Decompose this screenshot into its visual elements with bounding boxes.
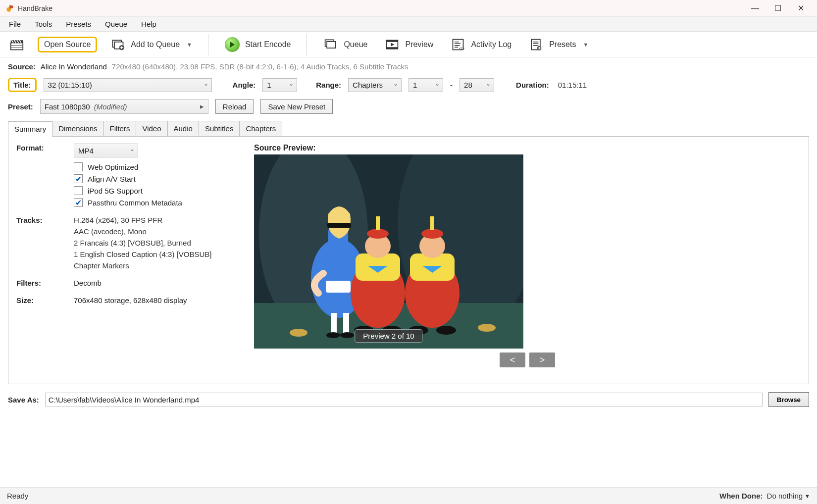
preview-next-button[interactable]: > <box>529 353 555 367</box>
tracks-label: Tracks: <box>16 216 56 224</box>
window-title: HandBrake <box>18 4 52 12</box>
tab-audio[interactable]: Audio <box>167 121 199 136</box>
angle-label: Angle: <box>233 81 256 89</box>
chevron-down-icon: ▼ <box>805 493 810 499</box>
app-icon <box>5 3 15 13</box>
svg-rect-27 <box>327 223 351 228</box>
range-to-value: 28 <box>464 81 472 89</box>
passthru-label: Passthru Common Metadata <box>88 199 182 207</box>
open-source-label: Open Source <box>44 40 91 49</box>
title-row: Title: 32 (01:15:10) Angle: 1 Range: Cha… <box>8 78 809 92</box>
tab-filters[interactable]: Filters <box>103 121 137 136</box>
preview-illustration <box>254 154 523 349</box>
menu-queue[interactable]: Queue <box>98 18 134 30</box>
open-source-button[interactable]: Open Source <box>38 37 97 52</box>
preset-modified: (Modified) <box>94 102 127 111</box>
add-to-queue-button[interactable]: Add to Queue ▼ <box>106 35 196 54</box>
preset-row: Preset: Fast 1080p30 (Modified) ▸ Reload… <box>8 99 809 114</box>
activity-log-icon: </> <box>450 37 466 52</box>
preset-select[interactable]: Fast 1080p30 (Modified) ▸ <box>40 99 208 114</box>
filters-label: Filters: <box>16 279 56 287</box>
toolbar: Open Source Add to Queue ▼ Start Encode … <box>0 32 817 57</box>
svg-rect-29 <box>343 313 349 333</box>
presets-icon <box>528 37 544 52</box>
size-label: Size: <box>16 296 56 304</box>
ipod-checkbox[interactable]: iPod 5G Support <box>74 186 182 195</box>
svg-rect-32 <box>326 281 351 293</box>
angle-select[interactable]: 1 <box>262 78 297 92</box>
align-av-label: Align A/V Start <box>88 175 136 183</box>
title-label: Title: <box>8 78 37 92</box>
source-line: Source: Alice In Wonderland 720x480 (640… <box>8 62 809 71</box>
toolbar-divider <box>208 34 208 55</box>
duration-value: 01:15:11 <box>558 81 587 89</box>
triangle-right-icon: ▸ <box>200 102 204 111</box>
add-to-queue-icon <box>110 37 126 52</box>
activity-log-label: Activity Log <box>471 40 511 49</box>
range-to-select[interactable]: 28 <box>460 78 494 92</box>
save-as-row: Save As: Browse <box>0 384 817 407</box>
add-to-queue-label: Add to Queue <box>131 40 180 49</box>
browse-button[interactable]: Browse <box>768 392 809 407</box>
status-text: Ready <box>7 492 28 500</box>
duration-label: Duration: <box>516 81 549 89</box>
presets-label: Presets <box>549 40 576 49</box>
svg-text:</>: </> <box>459 46 465 50</box>
source-label: Source: <box>8 62 36 71</box>
source-name: Alice In Wonderland <box>41 62 107 71</box>
preview-image: Preview 2 of 10 <box>254 154 523 349</box>
svg-rect-44 <box>430 216 434 230</box>
menu-file[interactable]: File <box>2 18 28 30</box>
web-optimized-checkbox[interactable]: Web Optimized <box>74 162 182 171</box>
preset-label: Preset: <box>8 102 33 111</box>
checkbox-icon <box>74 162 83 171</box>
tab-dimensions[interactable]: Dimensions <box>52 121 103 136</box>
align-av-checkbox[interactable]: ✔Align A/V Start <box>74 174 182 183</box>
range-from-select[interactable]: 1 <box>408 78 443 92</box>
menu-tools[interactable]: Tools <box>28 18 59 30</box>
queue-button[interactable]: Queue <box>319 35 371 54</box>
play-icon <box>224 37 240 52</box>
menu-presets[interactable]: Presets <box>59 18 98 30</box>
chevron-down-icon[interactable]: ▼ <box>583 42 588 48</box>
reload-button[interactable]: Reload <box>215 99 254 114</box>
tab-video[interactable]: Video <box>136 121 167 136</box>
tab-subtitles[interactable]: Subtitles <box>199 121 240 136</box>
film-clapper-icon <box>9 37 25 52</box>
queue-icon <box>323 37 339 52</box>
save-new-preset-button[interactable]: Save New Preset <box>260 99 333 114</box>
save-as-label: Save As: <box>8 396 39 404</box>
tab-summary[interactable]: Summary <box>8 121 52 137</box>
preset-name: Fast 1080p30 <box>45 102 90 111</box>
filters-value: Decomb <box>74 279 102 287</box>
svg-point-47 <box>290 329 307 337</box>
svg-point-2 <box>10 5 13 8</box>
preview-button[interactable]: Preview <box>380 35 437 54</box>
passthru-checkbox[interactable]: ✔Passthru Common Metadata <box>74 198 182 207</box>
range-type-select[interactable]: Chapters <box>348 78 402 92</box>
minimize-button[interactable]: — <box>744 0 766 17</box>
tab-chapters[interactable]: Chapters <box>239 121 282 136</box>
activity-log-button[interactable]: </> Activity Log <box>446 35 515 54</box>
title-select[interactable]: 32 (01:15:10) <box>44 78 212 92</box>
svg-rect-13 <box>387 40 398 42</box>
close-button[interactable]: ✕ <box>789 0 812 17</box>
checkbox-icon: ✔ <box>74 198 83 207</box>
range-type-value: Chapters <box>353 81 383 89</box>
presets-button[interactable]: Presets ▼ <box>524 35 592 54</box>
title-value: 32 (01:15:10) <box>48 81 92 89</box>
menu-help[interactable]: Help <box>134 18 163 30</box>
svg-rect-11 <box>327 41 336 48</box>
open-source-icon-button[interactable] <box>5 35 29 54</box>
start-encode-button[interactable]: Start Encode <box>220 35 295 54</box>
format-label: Format: <box>16 144 56 152</box>
when-done-select[interactable]: Do nothing ▼ <box>767 492 810 500</box>
preview-label: Source Preview: <box>254 144 801 152</box>
format-select[interactable]: MP4 <box>74 144 138 157</box>
svg-rect-28 <box>331 313 337 333</box>
preview-prev-button[interactable]: < <box>500 353 525 367</box>
chevron-down-icon[interactable]: ▼ <box>187 42 192 48</box>
save-as-input[interactable] <box>45 393 763 406</box>
source-meta: 720x480 (640x480), 23.98 FPS, SDR (8-bit… <box>112 62 408 71</box>
maximize-button[interactable]: ☐ <box>766 0 789 17</box>
